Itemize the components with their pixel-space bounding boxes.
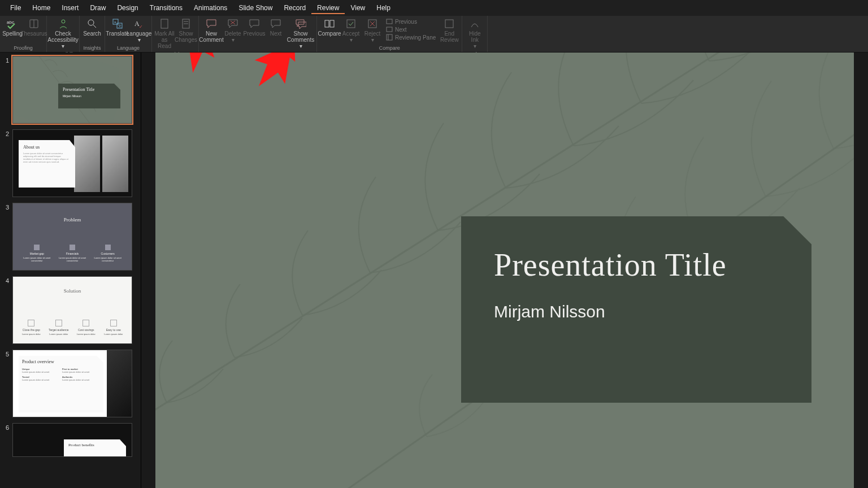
svg-text:✓: ✓ [139, 24, 143, 29]
menu-review[interactable]: Review [311, 2, 345, 14]
thumb-row-3: 3 Problem Market gapLorem ipsum dolor si… [2, 203, 138, 271]
presentation-author[interactable]: Mirjam Nilsson [494, 302, 779, 321]
previous-comment-button[interactable]: Previous [244, 17, 264, 38]
menu-design[interactable]: Design [111, 2, 144, 14]
group-ink: Hide Ink▾ Ink [462, 16, 488, 52]
check-accessibility-button[interactable]: Check Accessibility ▾ [50, 17, 77, 50]
menu-slide-show[interactable]: Slide Show [233, 2, 278, 14]
ink-icon [469, 18, 480, 29]
search-button[interactable]: Search [82, 17, 102, 38]
group-label-insights: Insights [84, 44, 101, 52]
menu-home[interactable]: Home [27, 2, 56, 14]
group-insights: Search Insights [80, 16, 105, 52]
menu-transitions[interactable]: Transitions [144, 2, 188, 14]
translate-button[interactable]: a文 Translate [107, 17, 128, 38]
group-accessibility: Check Accessibility ▾ Accessibility [47, 16, 80, 52]
end-review-button[interactable]: End Review [439, 17, 459, 44]
group-label-compare: Compare [379, 44, 400, 52]
ribbon: abc Spelling Thesaurus Proofing Check Ac… [0, 16, 868, 53]
thumb-row-5: 5 Product overview UniqueLorem ipsum dol… [2, 350, 138, 417]
spelling-button[interactable]: abc Spelling [2, 17, 23, 38]
abc-check-icon: abc [7, 18, 18, 29]
translate-icon: a文 [112, 18, 123, 29]
slide-thumbnail-6[interactable]: Product benefits [12, 423, 132, 457]
menu-record[interactable]: Record [278, 2, 311, 14]
thumb-number: 4 [2, 276, 9, 284]
delete-comment-button[interactable]: Delete▾ [223, 17, 243, 44]
new-comment-button[interactable]: New Comment [201, 17, 222, 44]
group-label-proofing: Proofing [14, 44, 33, 52]
compare-nav-stack: Previous Next Reviewing Pane [384, 17, 438, 42]
reviewing-pane[interactable]: Reviewing Pane [386, 34, 436, 41]
next-icon [386, 26, 393, 33]
menu-animations[interactable]: Animations [188, 2, 233, 14]
thumb1-subtitle: Mirjam Nilsson [63, 94, 116, 98]
thumb-number: 5 [2, 350, 9, 358]
thumb1-title: Presentation Title [63, 87, 116, 92]
menu-view[interactable]: View [345, 2, 371, 14]
person-check-icon [58, 18, 69, 29]
book-icon [28, 18, 40, 29]
hide-ink-button[interactable]: Hide Ink▾ [465, 17, 485, 50]
svg-line-5 [93, 25, 96, 28]
reject-button[interactable]: Reject▾ [362, 17, 383, 44]
comment-new-icon [206, 18, 217, 29]
svg-rect-20 [347, 20, 355, 28]
compare-button[interactable]: Compare [319, 17, 340, 38]
prev-icon [386, 18, 393, 25]
thesaurus-button[interactable]: Thesaurus [24, 17, 44, 38]
mark-all-as-read-button[interactable]: Mark All as Read [154, 17, 175, 50]
thumb-number: 3 [2, 203, 9, 211]
presentation-title[interactable]: Presentation Title [494, 247, 779, 283]
svg-rect-12 [161, 19, 168, 28]
doc-icon [159, 18, 170, 29]
group-label-language: Language [117, 44, 140, 52]
slide-thumbnail-5[interactable]: Product overview UniqueLorem ipsum dolor… [12, 350, 132, 417]
svg-rect-26 [387, 34, 392, 40]
show-comments-button[interactable]: Show Comments▾ [287, 17, 314, 50]
svg-text:abc: abc [7, 20, 14, 25]
menu-file[interactable]: File [5, 2, 27, 14]
comments-icon [295, 18, 306, 29]
menu-draw[interactable]: Draw [84, 2, 111, 14]
svg-rect-25 [387, 27, 392, 32]
doc-edit-icon [180, 18, 192, 29]
thumb-number: 6 [2, 423, 9, 431]
slide-canvas-area[interactable]: Presentation Title Mirjam Nilsson [141, 53, 868, 488]
accept-icon [345, 18, 357, 29]
thumb-row-1: 1 Presentation Title Mirjam Nilsson [2, 56, 138, 124]
language-button[interactable]: A✓ Language▾ [129, 17, 149, 44]
thumb-number: 2 [2, 129, 9, 137]
compare-next[interactable]: Next [386, 26, 436, 33]
comment-delete-icon [227, 18, 238, 29]
slide-thumbnail-3[interactable]: Problem Market gapLorem ipsum dolor sit … [12, 203, 132, 271]
compare-previous[interactable]: Previous [386, 18, 436, 25]
next-comment-button[interactable]: Next [266, 17, 286, 38]
menu-bar: File Home Insert Draw Design Transitions… [0, 0, 868, 16]
body-area: 1 Presentation Title Mirjam Nilsson 2 [0, 53, 868, 488]
group-language: a文 Translate A✓ Language▾ Language [105, 16, 152, 52]
slide-thumbnail-4[interactable]: Solution Close the gapLorem ipsum dolor … [12, 276, 132, 344]
svg-point-3 [62, 20, 65, 23]
svg-text:a: a [114, 20, 116, 24]
slide-thumbnail-2[interactable]: About us Lorem ipsum dolor sit amet cons… [12, 129, 132, 197]
compare-icon [324, 18, 335, 29]
thumb-row-4: 4 Solution Close the gapLorem ipsum dolo… [2, 276, 138, 344]
svg-point-4 [88, 20, 94, 25]
slide-main[interactable]: Presentation Title Mirjam Nilsson [155, 53, 854, 488]
accept-button[interactable]: Accept▾ [341, 17, 361, 44]
slide-thumbnail-1[interactable]: Presentation Title Mirjam Nilsson [12, 56, 132, 124]
svg-rect-28 [445, 20, 453, 28]
comment-prev-icon [249, 18, 260, 29]
svg-rect-19 [330, 20, 334, 27]
thumb-row-2: 2 About us Lorem ipsum dolor sit amet co… [2, 129, 138, 197]
pane-icon [386, 34, 393, 41]
title-card[interactable]: Presentation Title Mirjam Nilsson [461, 216, 811, 403]
group-activity: Mark All as Read Show Changes Activity [152, 16, 199, 52]
menu-help[interactable]: Help [371, 2, 396, 14]
search-icon [86, 18, 98, 29]
menu-insert[interactable]: Insert [56, 2, 84, 14]
thumb-number: 1 [2, 56, 9, 64]
show-changes-button[interactable]: Show Changes [176, 17, 196, 44]
slide-thumbnails-panel[interactable]: 1 Presentation Title Mirjam Nilsson 2 [0, 53, 141, 488]
